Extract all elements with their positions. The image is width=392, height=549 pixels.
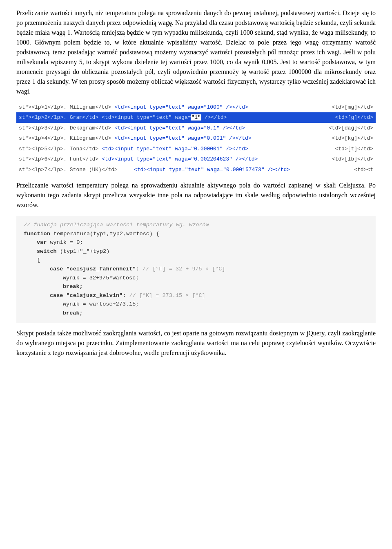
code-var: var wynik = 0; <box>24 238 368 247</box>
code-row-5: st"><lp>5</lp>. Tona</td> <td><input typ… <box>16 144 376 154</box>
keyword-case-2: case "celsjusz_kelvin": <box>50 292 126 299</box>
paragraph-2: Przeliczanie wartości temperatury polega… <box>16 181 376 210</box>
keyword-var: var <box>37 239 47 245</box>
code-row-2: st"><lp>2</lp>. Gram</td> <td><input typ… <box>16 112 376 123</box>
code-wynik-2: wynik = wartosc+273.15; <box>24 300 368 309</box>
code-break-1: break; <box>24 282 368 291</box>
code-comment: // funkcja przeliczająca wartości temper… <box>24 221 368 230</box>
code-func-declaration: function temperatura(typ1,typ2,wartosc) … <box>24 230 368 239</box>
keyword-break-1: break; <box>63 283 83 290</box>
keyword-function: function <box>24 231 50 237</box>
keyword-switch: switch <box>37 248 57 254</box>
paragraph-3: Skrypt posiada także możliwość zaokrągla… <box>16 328 376 358</box>
paragraph-1: Przeliczanie wartości innych, niż temper… <box>16 8 376 96</box>
code-break-2: break; <box>24 309 368 318</box>
code-wynik-1: wynik = 32+9/5*wartosc; <box>24 274 368 283</box>
code-case-1: case "celsjusz_fahrenheit": // [°F] = 32… <box>24 265 368 274</box>
main-content: Przeliczanie wartości innych, niż temper… <box>16 8 376 358</box>
code-case-2: case "celsjusz_kelvin": // [°K] = 273.15… <box>24 291 368 300</box>
keyword-case-1: case "celsjusz_fahrenheit": <box>50 266 139 272</box>
code-row-3: st"><lp>3</lp>. Dekagram</td> <td><input… <box>16 123 376 133</box>
code-rows-block: st"><lp>1</lp>. Miligram</td> <td><input… <box>16 102 376 175</box>
code-row-4: st"><lp>4</lp>. Kilogram</td> <td><input… <box>16 133 376 143</box>
keyword-break-2: break; <box>63 310 83 316</box>
code-row-1: st"><lp>1</lp>. Miligram</td> <td><input… <box>16 102 376 112</box>
function-code-block: // funkcja przeliczająca wartości temper… <box>16 216 376 323</box>
code-brace-open: { <box>24 256 368 265</box>
code-row-6: st"><lp>6</lp>. Funt</td> <td><input typ… <box>16 154 376 164</box>
code-row-7: st"><lp>7</lp>. Stone (UK)</td> <td><inp… <box>16 165 376 175</box>
code-switch: switch (typ1+"_"+typ2) <box>24 247 368 256</box>
